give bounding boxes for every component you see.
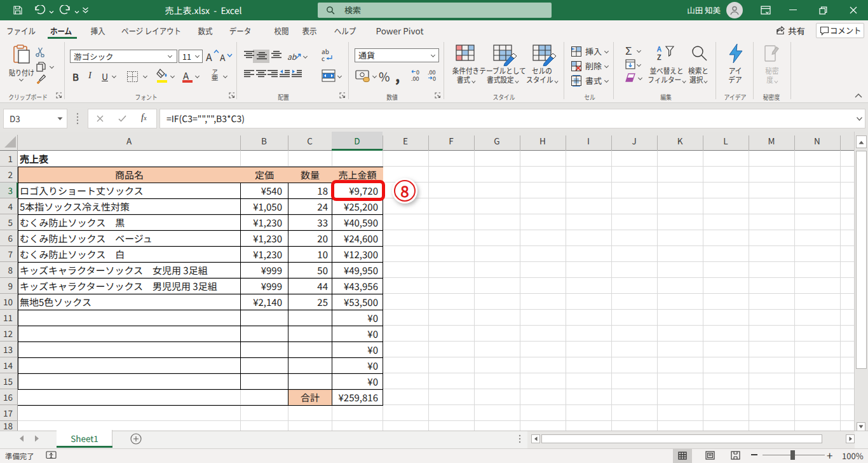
svg-text:ab: ab bbox=[287, 51, 297, 62]
svg-text:c: c bbox=[322, 53, 325, 62]
svg-text:.00: .00 bbox=[411, 74, 419, 81]
svg-text:0: 0 bbox=[433, 74, 436, 81]
svg-text:Z: Z bbox=[657, 52, 661, 62]
